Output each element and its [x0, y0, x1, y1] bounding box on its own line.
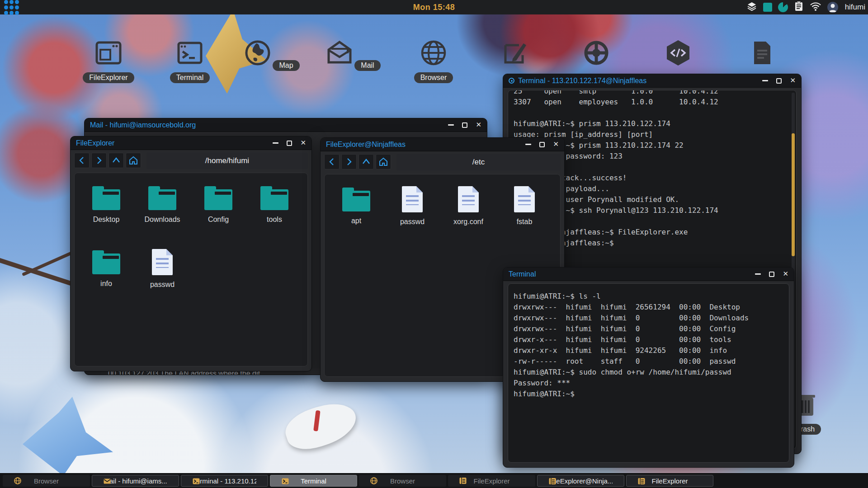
folder-icon: [342, 191, 370, 211]
desktop-icon-label: Terminal: [170, 72, 210, 83]
remote-terminal-titlebar[interactable]: Terminal - 113.210.122.174@Ninjaffleas ✕: [503, 74, 801, 88]
browser-icon: [370, 477, 378, 485]
path-input[interactable]: /etc: [396, 154, 561, 170]
taskbar-item-browser[interactable]: Browser: [359, 475, 446, 487]
minimize-button[interactable]: [755, 273, 761, 275]
file-item-Desktop[interactable]: Desktop: [78, 184, 134, 248]
forward-button[interactable]: [91, 153, 107, 168]
taskbar-item-terminal[interactable]: Terminal - 113.210.12...: [181, 475, 268, 487]
maximize-button[interactable]: [776, 78, 782, 84]
maximize-button[interactable]: [462, 122, 467, 128]
memory-square-icon[interactable]: [763, 3, 772, 12]
file-item-apt[interactable]: apt: [328, 185, 384, 249]
file-item-label: passwd: [150, 281, 175, 289]
file-icon: [152, 249, 173, 275]
user-avatar[interactable]: [827, 2, 838, 13]
desktop-icon-settings-wheel[interactable]: [567, 38, 626, 70]
username-label[interactable]: hifumi: [845, 3, 865, 12]
file-icon: [514, 186, 535, 212]
close-button[interactable]: ✕: [553, 141, 559, 148]
system-tray: hifumi: [746, 0, 865, 14]
notepad-icon: [500, 38, 530, 68]
desktop-icon-map[interactable]: Map: [242, 38, 301, 71]
layers-icon[interactable]: [746, 1, 757, 14]
taskbar-item-fileexplorer[interactable]: FileExplorer: [448, 475, 535, 487]
path-input[interactable]: /home/hifumi: [146, 153, 308, 169]
minimize-button[interactable]: [762, 80, 768, 81]
taskbar-item-terminal[interactable]: Terminal: [270, 475, 357, 487]
maximize-button[interactable]: [769, 272, 774, 277]
file-item-passwd[interactable]: passwd: [134, 248, 190, 312]
terminal-icon: [281, 477, 289, 485]
remote-terminal-title: Terminal - 113.210.122.174@Ninjaffleas: [518, 77, 646, 85]
desktop-icon-terminal[interactable]: Terminal: [160, 38, 219, 83]
desktop-icon-document[interactable]: [732, 38, 791, 70]
fileexplorer-icon: [94, 38, 123, 68]
taskbar-item-label: Browser: [34, 477, 59, 485]
back-button[interactable]: [324, 154, 340, 169]
fileexplorer-remote-title: FileExplorer@Ninjaffleas: [326, 141, 406, 149]
minimize-button[interactable]: [525, 144, 531, 145]
cpu-pie-icon[interactable]: [778, 2, 788, 12]
close-button[interactable]: ✕: [476, 122, 481, 128]
maximize-button[interactable]: [539, 142, 545, 147]
taskbar-item-mail[interactable]: Mail - hifumi@iams...: [92, 475, 179, 487]
minimize-button[interactable]: [448, 124, 454, 126]
taskbar-item-fileexplorer[interactable]: FileExplorer: [626, 475, 713, 487]
close-button[interactable]: ✕: [790, 77, 796, 84]
desktop-icon-fileexplorer[interactable]: FileExplorer: [79, 38, 138, 83]
clock: Mon 15:48: [0, 3, 868, 12]
file-item-label: info: [100, 280, 112, 288]
desktop-icon-label: FileExplorer: [83, 72, 134, 83]
file-item-label: passwd: [400, 218, 425, 226]
terminal-output: hifumi@ATRI:~$ ls -l drwxrwx--- hifumi h…: [514, 291, 789, 399]
file-item-passwd[interactable]: passwd: [384, 185, 440, 249]
desktop-icon-label: Map: [273, 60, 299, 71]
file-item-Config[interactable]: Config: [190, 184, 246, 248]
fileexplorer-icon: [637, 477, 646, 485]
taskbar-item-fileexplorer[interactable]: FileExplorer@Ninja...: [537, 475, 624, 487]
file-item-tools[interactable]: tools: [246, 184, 302, 248]
up-button[interactable]: [359, 154, 374, 169]
back-button[interactable]: [74, 153, 90, 168]
file-item-fstab[interactable]: fstab: [496, 185, 552, 249]
taskbar-item-label: Browser: [390, 477, 415, 485]
desktop-icon-notepad[interactable]: [486, 38, 544, 70]
desktop-icon-mail[interactable]: Mail: [323, 38, 382, 71]
mail-titlebar[interactable]: Mail - hifumi@iamsourcebold.org ✕: [85, 118, 487, 132]
terminal-icon: [192, 477, 200, 485]
file-item-Downloads[interactable]: Downloads: [134, 184, 190, 248]
fileexplorer-remote-titlebar[interactable]: FileExplorer@Ninjaffleas ✕: [321, 138, 564, 151]
clipboard-icon[interactable]: [794, 1, 804, 14]
browser-icon: [14, 477, 22, 485]
file-item-label: fstab: [517, 218, 533, 226]
desktop-icon-code-editor[interactable]: [649, 38, 708, 70]
maximize-button[interactable]: [287, 141, 292, 146]
home-button[interactable]: [376, 154, 391, 169]
taskbar-item-label: FileExplorer@Ninja...: [549, 477, 613, 485]
home-button[interactable]: [126, 153, 141, 168]
file-item-xorg.conf[interactable]: xorg.conf: [440, 185, 496, 249]
mail-icon: [325, 38, 354, 68]
fileexplorer-local-titlebar[interactable]: FileExplorer ✕: [71, 136, 311, 150]
file-item-label: apt: [351, 217, 361, 225]
file-item-info[interactable]: info: [78, 248, 134, 312]
taskbar-item-browser[interactable]: Browser: [3, 475, 90, 487]
mail-icon: [103, 477, 111, 485]
local-terminal-output-area[interactable]: hifumi@ATRI:~$ ls -l drwxrwx--- hifumi h…: [508, 283, 789, 463]
minimize-button[interactable]: [273, 142, 278, 144]
local-terminal-title: Terminal: [509, 270, 536, 278]
desktop-icon-label: Mail: [354, 60, 380, 71]
desktop-icon-browser[interactable]: Browser: [404, 38, 463, 83]
up-button[interactable]: [108, 153, 124, 168]
scrollbar-thumb[interactable]: [792, 133, 795, 256]
close-button[interactable]: ✕: [300, 140, 306, 146]
local-terminal-titlebar[interactable]: Terminal ✕: [503, 267, 794, 281]
taskbar-item-label: FileExplorer: [651, 477, 688, 485]
wifi-icon[interactable]: [810, 1, 821, 13]
code-editor-icon: [663, 38, 693, 68]
forward-button[interactable]: [341, 154, 357, 169]
desktop-root: FileExplorerTerminalMapMailBrowserTrash …: [0, 0, 868, 488]
close-button[interactable]: ✕: [783, 271, 788, 277]
taskbar-item-label: Terminal - 113.210.12...: [193, 477, 256, 485]
